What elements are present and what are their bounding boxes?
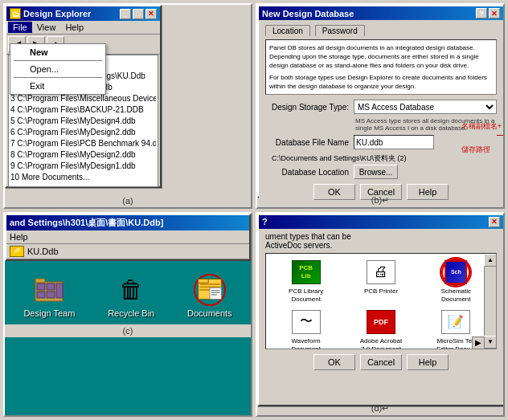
ndb-window-title: New Design Database: [262, 9, 354, 18]
pcb-printer-icon: 🖨: [367, 259, 395, 286]
folder-icon: 📁: [10, 246, 24, 257]
menubar: File View Help: [6, 21, 160, 35]
panel-a-label: (a): [5, 196, 251, 206]
svg-rect-15: [211, 294, 217, 295]
location-label: Database Location: [265, 168, 354, 177]
ann1: 名稱副檔名+: [461, 121, 502, 132]
recycle-bin-img: 🗑: [115, 274, 147, 306]
ndb-titlebar: New Design Database ? ✕: [259, 6, 503, 20]
design-team-icon[interactable]: Design Team: [23, 274, 75, 318]
doc-close-btn[interactable]: ✕: [489, 217, 500, 227]
menu-open[interactable]: Open...: [10, 63, 105, 75]
waveform-icon: 〜: [292, 308, 321, 336]
scroll-down[interactable]: ▼: [484, 336, 497, 349]
annotation-block: 名稱副檔名+ 儲存路徑: [461, 121, 502, 155]
doc-help-icon: ?: [262, 217, 268, 226]
maximize-button[interactable]: □: [133, 9, 144, 19]
doc-desc-1: ument types that can be ActiveDoc server…: [265, 232, 497, 250]
app-icon: 🗂: [10, 8, 21, 19]
ann2: 儲存路徑: [461, 145, 502, 155]
file-item-7[interactable]: 7 C:\Program Files\PCB Benchmark 94.ddb: [10, 138, 156, 149]
ndb-title-left: New Design Database: [262, 9, 354, 18]
documents-svg: [197, 276, 223, 304]
doc-titlebar: ? ✕: [259, 215, 503, 229]
storage-type-label: Design Storage Type:: [265, 103, 354, 112]
browse-button[interactable]: Browse...: [354, 165, 398, 179]
svg-rect-12: [210, 287, 221, 299]
file-item-9[interactable]: 9 C:\Program Files\MyDesign1.ddb: [10, 161, 156, 172]
menu-help[interactable]: Help: [60, 22, 88, 33]
file-item-3[interactable]: 3 C:\Program Files\Miscellaneous Devices…: [10, 93, 156, 104]
doc-controls: ✕: [489, 217, 500, 227]
ndb-dialog-body: Location Password Panel DB stores all de…: [259, 20, 503, 205]
panel-d: ? ✕ ument types that can be ActiveDoc se…: [256, 212, 505, 418]
db-filename-input[interactable]: [354, 135, 434, 149]
waveform-label: WaveformDocument: [291, 337, 320, 349]
close-button[interactable]: ✕: [145, 9, 157, 19]
pcb-printer-item[interactable]: 🖨 PCB Printer: [346, 259, 416, 304]
doc-chooser-window: ? ✕ ument types that can be ActiveDoc se…: [257, 214, 505, 406]
doc-grid: PCBLib PCB LibraryDocument 🖨 PCB Printer: [265, 253, 497, 349]
panel-c-label: (c): [5, 324, 251, 337]
doc-desc-line2: ActiveDoc servers.: [265, 241, 332, 250]
folder-path: KU.Ddb: [27, 247, 59, 256]
scroll-right[interactable]: ▶: [472, 336, 485, 349]
separator-2: [14, 77, 102, 78]
acrobat-icon: PDF: [367, 308, 395, 336]
menu-exit[interactable]: Exit: [10, 80, 105, 92]
file-item-5[interactable]: 5 C:\Program Files\MyDesign4.ddb: [10, 116, 156, 127]
ndb-window-controls: ? ✕: [476, 8, 500, 18]
file-item-4[interactable]: 4 C:\Program Files\BACKUP-21.DDB: [10, 104, 156, 116]
waveform-graphic: 〜: [292, 310, 321, 334]
ndb-tabs: Location Password: [265, 25, 497, 36]
design-team-img: [33, 274, 65, 306]
minimize-button[interactable]: _: [120, 9, 131, 19]
file-item-10[interactable]: 10 More Documents...: [10, 172, 156, 183]
design-explorer-window: 🗂 Design Explorer _ □ ✕ File View Help ◀…: [5, 5, 162, 188]
pcb-library-icon: PCBLib: [292, 259, 321, 286]
schematic-label: SchematicDocument: [441, 287, 471, 304]
file-item-8[interactable]: 8 C:\Program Files\MyDesign2.ddb: [10, 149, 156, 161]
pcb-lib-graphic: PCBLib: [292, 260, 321, 284]
microsim-icon: 📝: [441, 308, 470, 336]
pcb-library-label: PCB LibraryDocument: [289, 287, 323, 304]
doc-help-button[interactable]: Help: [407, 354, 449, 370]
doc-grid-container: PCBLib PCB LibraryDocument 🖨 PCB Printer: [265, 253, 497, 349]
waveform-item[interactable]: 〜 WaveformDocument: [271, 308, 341, 349]
recycle-bin-icon[interactable]: 🗑 Recycle Bin: [108, 274, 154, 318]
tab-location[interactable]: Location: [265, 25, 310, 36]
doc-title-left: ?: [262, 217, 268, 226]
schematic-item[interactable]: Sch SchematicDocument: [421, 259, 491, 304]
db-filename-label: Database File Name: [265, 138, 354, 147]
documents-icon[interactable]: Documents: [187, 274, 232, 318]
file-dropdown: New Open... Exit: [10, 43, 106, 95]
doc-ok-button[interactable]: OK: [313, 354, 355, 370]
tab-password[interactable]: Password: [315, 25, 365, 36]
panel-b-label: (b)↵: [257, 195, 503, 206]
design-team-svg: [34, 275, 64, 304]
doc-desc-line1: ument types that can be: [265, 232, 351, 241]
svg-rect-1: [37, 283, 45, 290]
menu-file[interactable]: File: [8, 22, 32, 33]
acrobat-item[interactable]: PDF Adobe Acrobat7.0 Document: [346, 308, 416, 349]
panel-d-label: (d)↵: [257, 403, 503, 414]
panel-c-titlebar: and Settings\h301\桌面\書面\KU.Ddb]: [6, 215, 249, 230]
documents-label: Documents: [187, 308, 232, 318]
menu-new[interactable]: New: [10, 46, 105, 59]
storage-type-row: Design Storage Type: MS Access Database: [265, 100, 497, 114]
scroll-up[interactable]: ▲: [484, 254, 497, 267]
ndb-close-btn[interactable]: ✕: [489, 8, 500, 18]
svg-rect-14: [211, 292, 220, 292]
microsim-label: MicroSim TexEditor Docu...: [436, 337, 475, 349]
svg-rect-2: [47, 283, 55, 290]
doc-dialog-buttons: OK Cancel Help: [265, 354, 497, 370]
pcb-library-item[interactable]: PCBLib PCB LibraryDocument: [271, 259, 341, 304]
menu-help-c[interactable]: Help: [10, 232, 28, 242]
storage-type-select[interactable]: MS Access Database: [354, 100, 497, 114]
menu-view[interactable]: View: [32, 22, 61, 33]
ndb-help-btn[interactable]: ?: [476, 8, 487, 18]
doc-cancel-button[interactable]: Cancel: [360, 354, 402, 370]
file-item-6[interactable]: 6 C:\Program Files\MyDesign2.ddb: [10, 127, 156, 138]
acrobat-label: Adobe Acrobat7.0 Document: [360, 337, 402, 349]
separator-1: [14, 60, 102, 61]
